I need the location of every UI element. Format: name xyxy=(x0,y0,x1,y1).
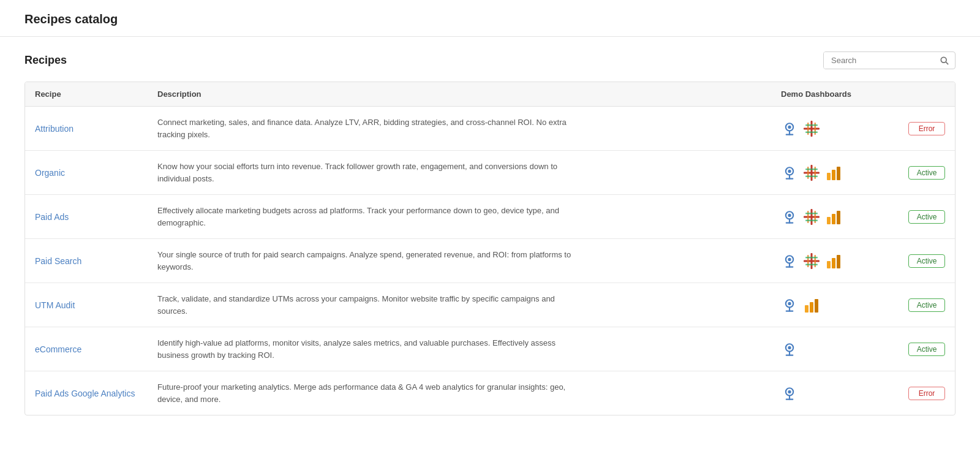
recipe-demo-cell xyxy=(771,195,881,239)
svg-rect-21 xyxy=(804,172,820,173)
search-button[interactable] xyxy=(934,53,955,69)
demo-dashboards-icons xyxy=(781,385,872,402)
recipe-desc-cell: Future-proof your marketing analytics. M… xyxy=(148,371,771,415)
recipe-description: Identify high-value ad platforms, monito… xyxy=(157,337,586,361)
recipe-description: Future-proof your marketing analytics. M… xyxy=(157,381,586,405)
recipe-demo-cell xyxy=(771,107,881,151)
svg-line-5 xyxy=(946,62,948,64)
recipes-table-scroll[interactable]: Recipe Description Demo Dashboards Attri… xyxy=(25,82,955,415)
recipe-link-ecommerce[interactable]: eCommerce xyxy=(35,344,81,354)
demo-dashboards-icons xyxy=(781,208,872,226)
svg-rect-11 xyxy=(804,127,820,129)
recipe-status-cell: Active xyxy=(881,151,955,195)
col-header-demo: Demo Dashboards xyxy=(771,82,881,107)
recipe-description: Know how your social efforts turn into r… xyxy=(157,161,586,184)
recipe-status-cell: Error xyxy=(881,107,955,151)
gooddata-icon xyxy=(781,208,798,226)
status-badge: Error xyxy=(908,122,945,135)
status-badge: Active xyxy=(908,343,945,356)
recipe-link-attribution[interactable]: Attribution xyxy=(35,124,74,134)
demo-dashboards-icons xyxy=(781,252,872,270)
svg-rect-59 xyxy=(805,305,809,313)
recipe-demo-cell xyxy=(771,327,881,371)
search-icon xyxy=(940,56,949,65)
recipe-demo-cell xyxy=(771,283,881,327)
col-header-recipe: Recipe xyxy=(25,82,148,107)
recipe-name-cell: UTM Audit xyxy=(25,283,148,327)
tableau-icon xyxy=(803,120,820,137)
svg-rect-28 xyxy=(837,167,840,180)
recipe-name-cell: eCommerce xyxy=(25,327,148,371)
svg-rect-47 xyxy=(804,260,820,262)
gooddata-icon xyxy=(781,385,798,402)
svg-rect-25 xyxy=(805,175,818,177)
page-title: Recipes catalog xyxy=(0,0,980,37)
recipe-link-paid-ads-ga[interactable]: Paid Ads Google Analytics xyxy=(35,389,135,398)
table-row: Paid Search Your single source of truth … xyxy=(25,239,955,283)
recipe-name-cell: Paid Search xyxy=(25,239,148,283)
recipe-demo-cell xyxy=(771,371,881,415)
demo-dashboards-icons xyxy=(781,341,872,358)
svg-rect-14 xyxy=(805,124,818,126)
recipe-desc-cell: Your single source of truth for paid sea… xyxy=(148,239,771,283)
demo-dashboards-icons xyxy=(781,164,872,181)
svg-rect-50 xyxy=(805,257,818,259)
powerbi-icon xyxy=(825,252,842,270)
svg-rect-41 xyxy=(837,211,840,224)
recipe-status-cell: Active xyxy=(881,195,955,239)
col-header-status xyxy=(881,82,955,107)
svg-point-56 xyxy=(788,302,791,305)
recipe-link-utm-audit[interactable]: UTM Audit xyxy=(35,300,75,310)
demo-dashboards-icons xyxy=(781,297,872,314)
svg-point-63 xyxy=(788,346,791,349)
svg-rect-39 xyxy=(827,217,831,224)
gooddata-icon xyxy=(781,341,798,358)
recipes-heading: Recipes xyxy=(24,54,67,67)
svg-point-4 xyxy=(941,57,946,63)
status-badge: Active xyxy=(908,298,945,312)
demo-dashboards-icons xyxy=(781,120,872,137)
recipe-description: Your single source of truth for paid sea… xyxy=(157,249,586,273)
recipe-name-cell: Attribution xyxy=(25,107,148,151)
svg-rect-34 xyxy=(804,216,820,218)
recipe-desc-cell: Effectively allocate marketing budgets a… xyxy=(148,195,771,239)
search-box xyxy=(823,51,956,69)
recipe-description: Connect marketing, sales, and finance da… xyxy=(157,116,586,140)
recipe-description: Effectively allocate marketing budgets a… xyxy=(157,205,586,229)
table-header-row: Recipe Description Demo Dashboards xyxy=(25,82,955,107)
recipe-status-cell: Active xyxy=(881,283,955,327)
svg-rect-54 xyxy=(837,255,840,268)
recipe-desc-cell: Connect marketing, sales, and finance da… xyxy=(148,107,771,151)
svg-rect-24 xyxy=(805,169,818,170)
powerbi-icon xyxy=(825,164,842,181)
table-row: Organic Know how your social efforts tur… xyxy=(25,151,955,195)
recipe-name-cell: Organic xyxy=(25,151,148,195)
svg-point-17 xyxy=(788,169,791,172)
gooddata-icon xyxy=(781,164,798,181)
table-row: eCommerce Identify high-value ad platfor… xyxy=(25,327,955,371)
table-row: Paid Ads Google Analytics Future-proof y… xyxy=(25,371,955,415)
recipe-link-organic[interactable]: Organic xyxy=(35,168,65,178)
svg-rect-26 xyxy=(827,173,831,180)
recipe-link-paid-search[interactable]: Paid Search xyxy=(35,256,81,266)
svg-rect-27 xyxy=(832,170,835,180)
tableau-icon xyxy=(803,164,820,181)
svg-rect-61 xyxy=(815,299,818,313)
svg-rect-40 xyxy=(832,214,835,224)
svg-point-43 xyxy=(788,257,791,260)
recipe-link-paid-ads[interactable]: Paid Ads xyxy=(35,212,69,222)
recipe-name-cell: Paid Ads Google Analytics xyxy=(25,371,148,415)
table-row: Paid Ads Effectively allocate marketing … xyxy=(25,195,955,239)
col-header-description: Description xyxy=(148,82,771,107)
svg-point-67 xyxy=(788,390,791,393)
powerbi-icon xyxy=(825,208,842,226)
svg-rect-15 xyxy=(805,131,818,133)
tableau-icon xyxy=(803,208,820,226)
status-badge: Active xyxy=(908,166,945,180)
svg-point-7 xyxy=(788,125,791,128)
recipes-table: Recipe Description Demo Dashboards Attri… xyxy=(25,82,955,415)
status-badge: Active xyxy=(908,210,945,224)
table-row: Attribution Connect marketing, sales, an… xyxy=(25,107,955,151)
search-input[interactable] xyxy=(824,52,934,69)
svg-rect-52 xyxy=(827,261,831,268)
